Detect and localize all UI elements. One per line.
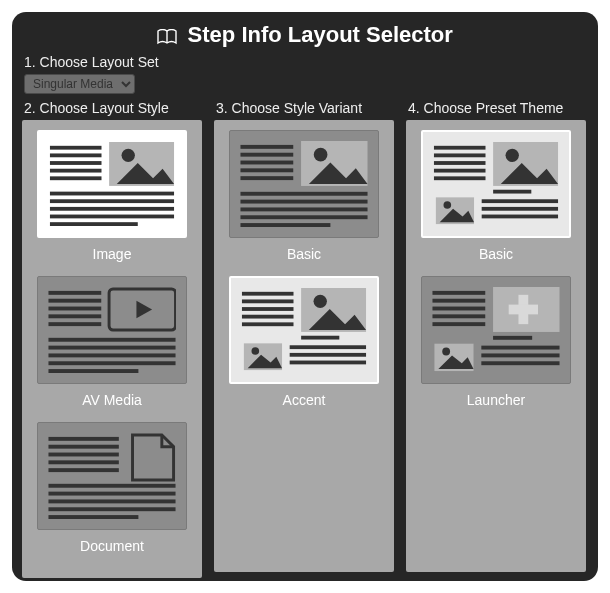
svg-rect-17: [48, 314, 101, 318]
variant-accent-thumb-icon: [241, 288, 367, 372]
svg-rect-86: [509, 305, 538, 315]
svg-rect-46: [240, 207, 367, 211]
panel-title-row: Step Info Layout Selector: [22, 22, 588, 48]
svg-rect-24: [48, 361, 175, 365]
layout-selector-panel: Step Info Layout Selector 1. Choose Layo…: [12, 12, 598, 581]
svg-rect-33: [48, 499, 175, 503]
svg-rect-66: [434, 161, 486, 165]
column-body: Basic Accent: [214, 120, 394, 572]
card-av-media[interactable]: [37, 276, 187, 384]
svg-rect-76: [482, 199, 558, 203]
card-label: AV Media: [30, 392, 194, 408]
column-style-variant: 3. Choose Style Variant Basic: [214, 100, 394, 578]
svg-rect-28: [48, 453, 118, 457]
card-variant-basic[interactable]: [229, 130, 379, 238]
svg-rect-53: [242, 322, 294, 326]
svg-rect-12: [50, 215, 174, 219]
svg-point-89: [442, 348, 450, 356]
card-label: Basic: [222, 246, 386, 262]
svg-rect-45: [240, 200, 367, 204]
svg-rect-26: [48, 437, 118, 441]
svg-rect-23: [48, 353, 175, 357]
column-header: 4. Choose Preset Theme: [408, 100, 586, 116]
layout-set-select[interactable]: Singular Media: [24, 74, 135, 94]
svg-rect-18: [48, 322, 101, 326]
av-thumb-icon: [48, 287, 176, 373]
svg-rect-29: [48, 460, 118, 464]
theme-basic-thumb-icon: [433, 142, 559, 226]
card-image[interactable]: [37, 130, 187, 238]
svg-rect-25: [48, 369, 138, 373]
card-label: Accent: [222, 392, 386, 408]
svg-rect-35: [48, 515, 138, 519]
svg-rect-93: [481, 361, 559, 365]
card-document[interactable]: [37, 422, 187, 530]
card-theme-basic[interactable]: [421, 130, 571, 238]
svg-rect-3: [50, 161, 102, 165]
card-theme-launcher[interactable]: [421, 276, 571, 384]
svg-rect-82: [432, 314, 485, 318]
svg-rect-38: [240, 161, 293, 165]
svg-rect-87: [493, 336, 532, 340]
columns-container: 2. Choose Layout Style Image: [22, 100, 588, 578]
svg-rect-57: [301, 336, 339, 340]
svg-rect-68: [434, 176, 486, 180]
column-header: 3. Choose Style Variant: [216, 100, 394, 116]
card-variant-accent[interactable]: [229, 276, 379, 384]
svg-rect-14: [48, 291, 101, 295]
svg-rect-91: [481, 346, 559, 350]
svg-rect-5: [50, 176, 102, 180]
svg-rect-31: [48, 484, 175, 488]
svg-rect-39: [240, 168, 293, 172]
image-thumb-icon: [49, 142, 175, 226]
svg-point-74: [444, 201, 452, 209]
svg-rect-30: [48, 468, 118, 472]
svg-rect-50: [242, 299, 294, 303]
svg-rect-83: [432, 322, 485, 326]
svg-rect-10: [50, 199, 174, 203]
svg-rect-37: [240, 153, 293, 157]
svg-rect-13: [50, 222, 138, 226]
svg-rect-62: [290, 353, 366, 357]
svg-point-59: [252, 347, 260, 355]
svg-point-42: [314, 148, 328, 162]
column-layout-style: 2. Choose Layout Style Image: [22, 100, 202, 578]
svg-rect-52: [242, 315, 294, 319]
svg-rect-81: [432, 307, 485, 311]
svg-point-7: [122, 149, 135, 162]
step1-label: 1. Choose Layout Set: [24, 54, 588, 70]
card-label: Document: [30, 538, 194, 554]
svg-rect-49: [242, 292, 294, 296]
svg-rect-48: [240, 223, 330, 227]
card-label: Launcher: [414, 392, 578, 408]
svg-rect-11: [50, 207, 174, 211]
svg-rect-65: [434, 153, 486, 157]
svg-rect-16: [48, 307, 101, 311]
svg-rect-9: [50, 192, 174, 196]
svg-rect-61: [290, 345, 366, 349]
svg-rect-64: [434, 146, 486, 150]
svg-rect-67: [434, 169, 486, 173]
variant-basic-thumb-icon: [240, 141, 368, 227]
svg-rect-79: [432, 291, 485, 295]
column-preset-theme: 4. Choose Preset Theme Basic: [406, 100, 586, 578]
document-thumb-icon: [48, 433, 176, 519]
column-body: Basic Launcher: [406, 120, 586, 572]
svg-rect-51: [242, 307, 294, 311]
svg-rect-44: [240, 192, 367, 196]
svg-rect-36: [240, 145, 293, 149]
svg-rect-1: [50, 146, 102, 150]
card-label: Basic: [414, 246, 578, 262]
svg-rect-80: [432, 299, 485, 303]
svg-rect-21: [48, 338, 175, 342]
svg-rect-15: [48, 299, 101, 303]
svg-rect-77: [482, 207, 558, 211]
panel-title: Step Info Layout Selector: [188, 22, 453, 47]
svg-rect-4: [50, 169, 102, 173]
svg-rect-2: [50, 153, 102, 157]
svg-rect-72: [493, 190, 531, 194]
column-body: Image AV Media Document: [22, 120, 202, 578]
svg-rect-63: [290, 361, 366, 365]
svg-point-70: [506, 149, 519, 162]
column-header: 2. Choose Layout Style: [24, 100, 202, 116]
